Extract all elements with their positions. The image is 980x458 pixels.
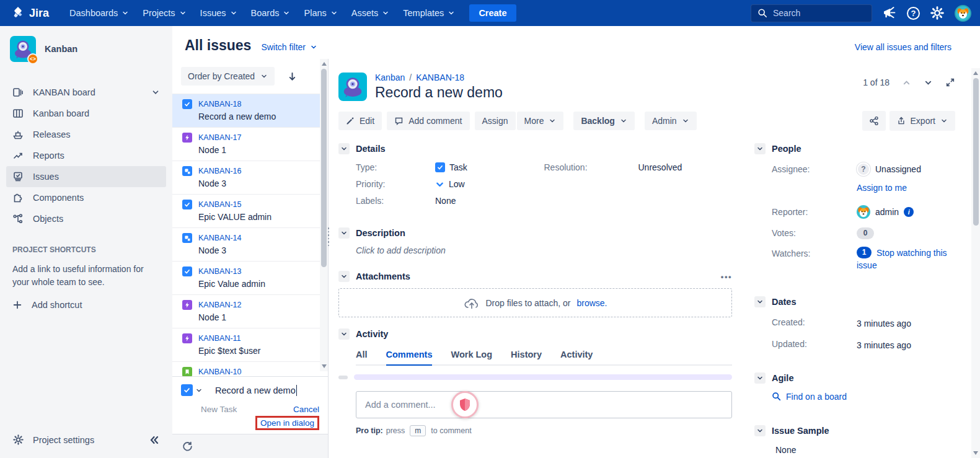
edit-button[interactable]: Edit — [338, 112, 382, 130]
page-scrollbar[interactable] — [971, 68, 980, 458]
issue-summary[interactable]: Node 3 — [182, 245, 312, 256]
collapse-section-icon[interactable] — [754, 296, 766, 307]
order-by-dropdown[interactable]: Order by Created — [181, 67, 275, 86]
info-icon[interactable]: i — [904, 207, 914, 217]
issue-summary[interactable]: Epic Value admin — [182, 278, 312, 289]
status-dropdown[interactable]: Backlog — [573, 112, 634, 130]
announcements-icon[interactable] — [882, 6, 897, 20]
export-dropdown[interactable]: Export — [890, 111, 955, 131]
watchers-badge[interactable]: 1 — [857, 247, 872, 258]
add-comment-button[interactable]: Add comment — [387, 112, 469, 130]
collapse-sidebar-button[interactable] — [149, 434, 160, 446]
add-shortcut-button[interactable]: Add shortcut — [12, 300, 160, 310]
nav-menu-assets[interactable]: Assets — [345, 4, 397, 22]
tab-all[interactable]: All — [356, 346, 368, 366]
attachment-dropzone[interactable]: Drop files to attach, or browse. — [338, 288, 732, 317]
issue-key[interactable]: KANBAN-11 — [198, 334, 241, 343]
collapse-section-icon[interactable] — [338, 271, 350, 282]
global-search[interactable] — [751, 4, 872, 22]
refresh-icon[interactable] — [182, 441, 193, 452]
sidebar-item-releases[interactable]: Releases — [6, 124, 166, 145]
collapse-section-icon[interactable] — [754, 143, 766, 154]
issue-list-item[interactable]: KANBAN-16 Node 3 — [172, 161, 328, 194]
sidebar-item-reports[interactable]: Reports — [6, 145, 166, 166]
scroll-down-arrow[interactable] — [322, 364, 327, 368]
create-button[interactable]: Create — [469, 4, 516, 22]
comment-input[interactable]: Add a comment... — [356, 391, 732, 418]
view-all-issues-link[interactable]: View all issues and filters — [855, 42, 951, 52]
sort-direction-icon[interactable] — [287, 71, 298, 82]
scroll-down-arrow[interactable] — [973, 451, 978, 455]
new-issue-summary-input[interactable]: Record a new demo — [215, 385, 297, 396]
open-in-dialog-link[interactable]: Open in dialog — [260, 418, 314, 428]
nav-menu-dashboards[interactable]: Dashboards — [63, 4, 136, 22]
nav-menu-plans[interactable]: Plans — [297, 4, 344, 22]
issue-summary[interactable]: Epic VALUE admin — [182, 211, 312, 222]
expand-icon[interactable] — [945, 77, 955, 87]
issue-key[interactable]: KANBAN-14 — [198, 234, 241, 242]
issue-key[interactable]: KANBAN-12 — [198, 301, 241, 309]
help-icon[interactable]: ? — [907, 7, 920, 20]
scrollbar-thumb[interactable] — [973, 78, 979, 226]
jira-logo[interactable]: Jira — [11, 6, 49, 20]
chevron-down-icon[interactable] — [151, 88, 160, 97]
issue-list-item[interactable]: KANBAN-14 Node 3 — [172, 227, 328, 261]
attachments-more-options-icon[interactable]: ••• — [721, 272, 732, 281]
breadcrumb-issue-link[interactable]: KANBAN-18 — [416, 73, 464, 82]
collapse-section-icon[interactable] — [754, 425, 766, 436]
issue-summary[interactable]: Record a new demo — [182, 111, 312, 122]
issue-key[interactable]: KANBAN-13 — [198, 267, 241, 276]
votes-badge[interactable]: 0 — [857, 227, 874, 239]
next-issue-icon[interactable] — [924, 78, 933, 87]
panel-resize-handle[interactable] — [326, 227, 331, 246]
browse-link[interactable]: browse. — [576, 298, 607, 308]
user-avatar[interactable] — [955, 5, 971, 22]
collapse-section-icon[interactable] — [338, 143, 350, 154]
nav-menu-issues[interactable]: Issues — [193, 4, 244, 22]
collapse-section-icon[interactable] — [338, 328, 350, 340]
task-type-icon[interactable] — [181, 384, 193, 396]
settings-gear-icon[interactable] — [930, 6, 945, 20]
search-input[interactable] — [773, 8, 860, 18]
issue-list-item[interactable]: KANBAN-13 Epic Value admin — [172, 261, 328, 294]
sidebar-item-kanban-board[interactable]: Kanban board — [6, 103, 166, 124]
breadcrumb-project-link[interactable]: Kanban — [375, 73, 405, 82]
switch-filter-dropdown[interactable]: Switch filter — [261, 42, 317, 52]
issue-key[interactable]: KANBAN-10 — [198, 368, 241, 376]
issue-summary[interactable]: Epic $text $user — [182, 345, 312, 356]
collapse-section-icon[interactable] — [754, 372, 766, 384]
issue-summary[interactable]: Node 3 — [182, 178, 312, 189]
issue-list-item[interactable]: KANBAN-12 Node 1 — [172, 294, 328, 328]
more-dropdown[interactable]: More — [517, 112, 564, 130]
issue-summary[interactable]: Node 1 — [182, 312, 312, 323]
reporter-avatar[interactable] — [857, 205, 870, 219]
tab-activity[interactable]: Activity — [560, 346, 593, 366]
type-picker-chevron-icon[interactable] — [195, 387, 203, 394]
sidebar-item-issues[interactable]: Issues — [6, 166, 166, 187]
sidebar-item-components[interactable]: Components — [6, 187, 166, 208]
tab-history[interactable]: History — [511, 346, 542, 366]
nav-menu-projects[interactable]: Projects — [136, 4, 193, 22]
tab-work-log[interactable]: Work Log — [451, 346, 492, 366]
assign-button[interactable]: Assign — [475, 112, 516, 130]
issue-list-item[interactable]: KANBAN-11 Epic $text $user — [172, 328, 328, 361]
scroll-up-arrow[interactable] — [973, 71, 978, 75]
issue-key[interactable]: KANBAN-15 — [198, 200, 241, 209]
issue-key[interactable]: KANBAN-16 — [198, 167, 241, 175]
issue-list-item[interactable]: KANBAN-18 Record a new demo — [172, 94, 328, 127]
sidebar-item-objects[interactable]: Objects — [6, 208, 166, 229]
nav-menu-boards[interactable]: Boards — [244, 4, 298, 22]
nav-menu-templates[interactable]: Templates — [396, 4, 462, 22]
issue-list-item[interactable]: KANBAN-15 Epic VALUE admin — [172, 194, 328, 227]
project-header[interactable]: <> Kanban — [6, 36, 166, 62]
issue-list-item[interactable]: KANBAN-10 — [172, 361, 328, 376]
tab-comments[interactable]: Comments — [386, 346, 433, 366]
project-settings-link[interactable]: Project settings — [33, 435, 94, 445]
reporter-value[interactable]: admin — [875, 206, 899, 218]
assign-to-me-link[interactable]: Assign to me — [857, 182, 955, 194]
previous-issue-icon[interactable] — [902, 78, 911, 87]
sidebar-item-kanban-board-group[interactable]: KANBAN board — [6, 82, 166, 103]
share-button[interactable] — [862, 111, 886, 131]
issue-key[interactable]: KANBAN-18 — [198, 100, 241, 108]
cancel-link[interactable]: Cancel — [293, 405, 319, 414]
